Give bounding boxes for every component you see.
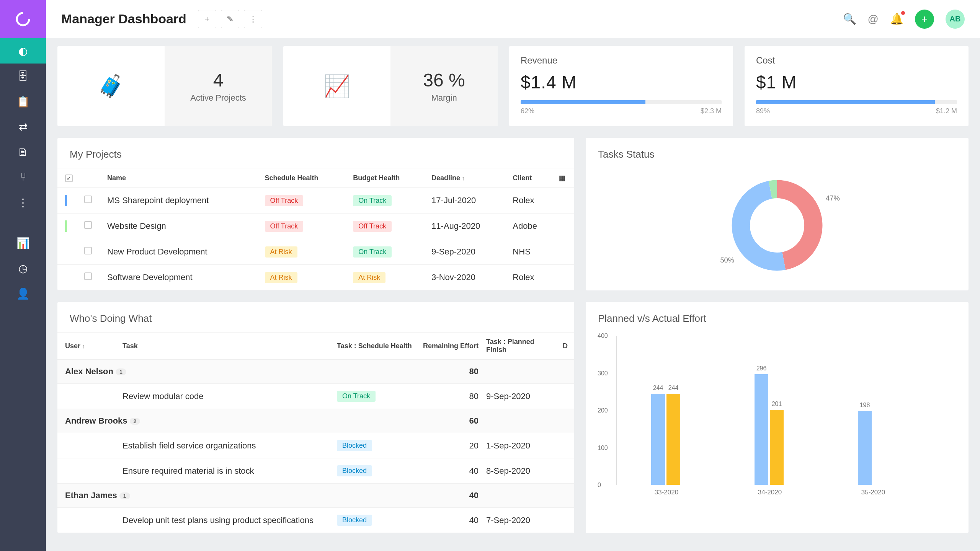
kpi-margin: 📈 36 % Margin — [283, 46, 498, 126]
trend-up-icon: 📈 — [323, 73, 350, 99]
notification-dot — [901, 11, 905, 15]
table-row[interactable]: MS Sharepoint deployment Off Track On Tr… — [57, 188, 574, 214]
cell-effort: 80 — [417, 384, 482, 409]
sidebar-item-time[interactable]: ◷ — [0, 256, 46, 281]
budget-pill: Off Track — [353, 221, 392, 232]
revenue-card: Revenue $1.4 M 62% $2.3 M — [509, 46, 733, 126]
panel-title: Who's Doing What — [57, 302, 574, 332]
budget-pill: On Track — [353, 246, 392, 258]
stat-total: $1.2 M — [936, 107, 957, 115]
col-extra[interactable]: D — [559, 333, 574, 360]
table-row[interactable]: New Product Development At Risk On Track… — [57, 239, 574, 265]
group-row[interactable]: Ethan James1 40 — [57, 484, 574, 508]
kpi-value: 4 — [213, 70, 224, 91]
branch-icon: ⑂ — [20, 171, 26, 183]
schedule-pill: Off Track — [265, 221, 304, 232]
page-more-button[interactable]: ⋮ — [244, 10, 262, 28]
add-fab[interactable]: + — [915, 10, 934, 29]
kpi-label: Margin — [431, 93, 457, 103]
select-all-checkbox[interactable] — [65, 174, 73, 182]
cell-client: Adobe — [509, 214, 555, 239]
cell-task: Ensure required material is in stock — [119, 458, 333, 484]
app-logo[interactable] — [0, 0, 46, 38]
group-row[interactable]: Andrew Brooks2 60 — [57, 409, 574, 433]
col-name[interactable]: Name — [103, 168, 261, 188]
sidebar-item-more[interactable]: ⋮ — [0, 190, 46, 215]
cell-finish: 1-Sep-2020 — [482, 433, 559, 458]
schedule-pill: At Risk — [265, 246, 297, 258]
cell-name: Software Development — [103, 265, 261, 290]
sidebar-item-users[interactable]: 👤 — [0, 281, 46, 306]
add-page-button[interactable]: + — [198, 10, 216, 28]
briefcase-icon: 🧳 — [98, 73, 124, 99]
cell-effort: 20 — [417, 433, 482, 458]
columns-icon[interactable]: ▦ — [559, 174, 565, 182]
row-checkbox[interactable] — [84, 196, 92, 203]
cell-client: NHS — [509, 239, 555, 265]
col-effort[interactable]: Remaining Effort — [417, 333, 482, 360]
table-row[interactable]: Develop unit test plans using product sp… — [57, 508, 574, 533]
col-task[interactable]: Task — [119, 333, 333, 360]
table-row[interactable]: Website Design Off Track Off Track 11-Au… — [57, 214, 574, 239]
cell-deadline: 3-Nov-2020 — [428, 265, 509, 290]
sidebar-item-docs[interactable]: 🗎 — [0, 139, 46, 165]
kpi-label: Active Projects — [190, 93, 246, 103]
stat-pct: 89% — [756, 107, 770, 115]
kpi-value: 36 % — [423, 70, 465, 91]
table-row[interactable]: Establish field service organizations Bl… — [57, 433, 574, 458]
sidebar-item-branch[interactable]: ⑂ — [0, 165, 46, 190]
group-row[interactable]: Alex Nelson1 80 — [57, 360, 574, 384]
schedule-pill: Blocked — [337, 465, 372, 476]
row-checkbox[interactable] — [84, 272, 92, 280]
col-deadline[interactable]: Deadline↑ — [428, 168, 509, 188]
header: Manager Dashboard + ✎ ⋮ 🔍 @ 🔔 + AB — [46, 0, 980, 38]
cell-task: Establish field service organizations — [119, 433, 333, 458]
col-schedule[interactable]: Task : Schedule Health — [333, 333, 417, 360]
panel-title: Tasks Status — [586, 138, 969, 168]
col-client[interactable]: Client — [509, 168, 555, 188]
col-user[interactable]: User↑ — [57, 333, 119, 360]
projects-table: Name Schedule Health Budget Health Deadl… — [57, 168, 574, 290]
table-row[interactable]: Software Development At Risk At Risk 3-N… — [57, 265, 574, 290]
mention-icon[interactable]: @ — [868, 13, 879, 25]
sort-asc-icon: ↑ — [82, 343, 85, 349]
table-row[interactable]: Review modular code On Track 80 9-Sep-20… — [57, 384, 574, 409]
stat-value: $1 M — [756, 72, 957, 93]
search-icon[interactable]: 🔍 — [843, 13, 856, 25]
sidebar-item-workflow[interactable]: ⇄ — [0, 114, 46, 139]
chart-icon: 📊 — [16, 237, 30, 249]
svg-point-0 — [17, 13, 29, 25]
row-checkbox[interactable] — [84, 221, 92, 229]
clock-icon: ◷ — [18, 262, 28, 275]
row-checkbox[interactable] — [84, 247, 92, 254]
sidebar-item-dashboard[interactable]: ◐ — [0, 38, 46, 64]
panel-title: Planned v/s Actual Effort — [586, 302, 969, 332]
schedule-pill: On Track — [337, 391, 376, 402]
group-effort: 80 — [417, 360, 482, 384]
cell-deadline: 17-Jul-2020 — [428, 188, 509, 214]
cost-card: Cost $1 M 89% $1.2 M — [745, 46, 969, 126]
avatar[interactable]: AB — [946, 10, 965, 29]
schedule-pill: Blocked — [337, 440, 372, 451]
group-effort: 40 — [417, 484, 482, 508]
table-row[interactable]: Ensure required material is in stock Blo… — [57, 458, 574, 484]
stat-value: $1.4 M — [521, 72, 722, 93]
cell-effort: 40 — [417, 458, 482, 484]
col-finish[interactable]: Task : Planned Finish — [482, 333, 559, 360]
sidebar-item-reports[interactable]: 📊 — [0, 230, 46, 256]
group-effort: 60 — [417, 409, 482, 433]
col-budget[interactable]: Budget Health — [349, 168, 428, 188]
col-schedule[interactable]: Schedule Health — [261, 168, 350, 188]
edit-button[interactable]: ✎ — [221, 10, 239, 28]
budget-pill: At Risk — [353, 272, 385, 283]
schedule-pill: Blocked — [337, 515, 372, 526]
sidebar-item-portfolio[interactable]: 🗄 — [0, 64, 46, 89]
cell-name: New Product Development — [103, 239, 261, 265]
sidebar-item-tasks[interactable]: 📋 — [0, 89, 46, 114]
document-icon: 🗎 — [18, 146, 28, 158]
cell-deadline: 11-Aug-2020 — [428, 214, 509, 239]
bell-icon[interactable]: 🔔 — [890, 13, 903, 25]
sidebar: ◐ 🗄 📋 ⇄ 🗎 ⑂ ⋮ 📊 ◷ 👤 — [0, 0, 46, 551]
donut-chart: 47%50% — [586, 168, 969, 290]
clipboard-icon: 📋 — [16, 95, 30, 108]
